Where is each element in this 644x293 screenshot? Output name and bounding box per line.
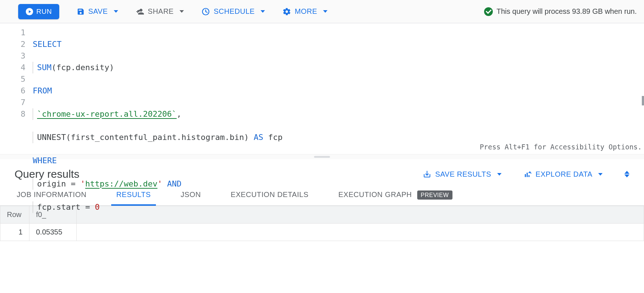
tab-json[interactable]: JSON: [178, 190, 203, 205]
chevron-down-icon: [323, 10, 327, 13]
more-button[interactable]: MORE: [282, 7, 327, 16]
save-button[interactable]: SAVE: [77, 7, 118, 16]
preview-badge: PREVIEW: [417, 190, 452, 200]
status-text: This query will process 93.89 GB when ru…: [496, 7, 637, 16]
run-label: RUN: [36, 8, 52, 16]
more-label: MORE: [295, 7, 317, 16]
sql-editor[interactable]: 1 2 3 4 5 6 7 8 SELECT SUM(fcp.density) …: [0, 23, 644, 154]
line-number: 1: [0, 27, 25, 39]
save-icon: [77, 8, 85, 16]
play-circle-icon: [25, 8, 33, 16]
line-number: 7: [0, 97, 25, 108]
schedule-button[interactable]: SCHEDULE: [201, 7, 265, 16]
check-circle-icon: [484, 7, 493, 16]
cell-row: 1: [0, 224, 29, 241]
query-toolbar: RUN SAVE SHARE SCHEDULE MORE This query …: [0, 0, 644, 23]
scroll-marker: [642, 96, 644, 105]
chevron-down-icon: [261, 10, 265, 13]
line-number: 4: [0, 62, 25, 73]
tab-execution-graph-label: EXECUTION GRAPH: [338, 190, 412, 198]
line-number: 2: [0, 39, 25, 50]
line-number: 6: [0, 85, 25, 97]
tab-job-information[interactable]: JOB INFORMATION: [15, 190, 89, 205]
tab-results[interactable]: RESULTS: [114, 190, 153, 205]
query-status: This query will process 93.89 GB when ru…: [484, 7, 637, 16]
tab-execution-details[interactable]: EXECUTION DETAILS: [229, 190, 311, 205]
col-row: Row: [0, 206, 29, 224]
accessibility-hint: Press Alt+F1 for Accessibility Options.: [480, 141, 642, 153]
line-number: 5: [0, 73, 25, 85]
chevron-down-icon: [180, 10, 184, 13]
clock-icon: [201, 7, 210, 16]
tab-execution-graph[interactable]: EXECUTION GRAPH PREVIEW: [336, 190, 455, 205]
share-label: SHARE: [148, 7, 174, 16]
code-area[interactable]: SELECT SUM(fcp.density) FROM `chrome-ux-…: [33, 23, 644, 154]
share-button[interactable]: SHARE: [136, 7, 184, 16]
gear-icon: [282, 7, 291, 16]
run-button[interactable]: RUN: [18, 4, 59, 19]
line-gutter: 1 2 3 4 5 6 7 8: [0, 23, 33, 154]
schedule-label: SCHEDULE: [214, 7, 255, 16]
line-number: 3: [0, 50, 25, 62]
save-label: SAVE: [88, 7, 108, 16]
line-number: 8: [0, 108, 25, 120]
share-icon: [136, 7, 144, 16]
chevron-down-icon: [114, 10, 118, 13]
